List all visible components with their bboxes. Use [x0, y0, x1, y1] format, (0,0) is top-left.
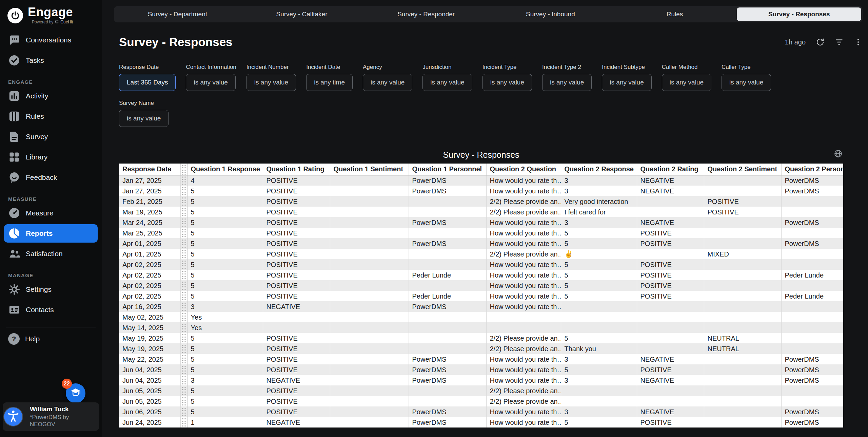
table-cell: PowerDMS: [781, 406, 843, 417]
column-header[interactable]: Question 1 Response: [187, 164, 263, 175]
column-resize-handle[interactable]: [180, 175, 187, 186]
column-resize-handle[interactable]: [180, 238, 187, 249]
column-resize-handle[interactable]: [180, 417, 187, 428]
cell-response-date: Apr 02, 2025: [119, 259, 180, 270]
filter-value-contact-information[interactable]: is any value: [186, 74, 235, 91]
column-resize-handle[interactable]: [180, 270, 187, 280]
sidebar-item-satisfaction[interactable]: Satisfaction: [4, 245, 98, 263]
filter-value-incident-type[interactable]: is any value: [482, 74, 532, 91]
column-resize-handle[interactable]: [180, 164, 187, 175]
column-header[interactable]: Question 1 Sentiment: [330, 164, 409, 175]
table-cell: [561, 312, 637, 322]
table-cell: [637, 207, 704, 217]
column-resize-handle[interactable]: [180, 301, 187, 312]
filter-value-survey-name[interactable]: is any value: [119, 110, 169, 127]
column-resize-handle[interactable]: [180, 207, 187, 217]
column-resize-handle[interactable]: [180, 291, 187, 301]
tab-rules[interactable]: Rules: [613, 7, 737, 21]
sidebar-item-conversations[interactable]: Conversations: [4, 31, 98, 49]
filter-survey-name: Survey Nameis any value: [119, 100, 169, 127]
table-cell: 5: [187, 343, 263, 354]
sidebar-item-tasks[interactable]: Tasks: [4, 51, 98, 70]
globe-icon[interactable]: [834, 149, 843, 158]
column-resize-handle[interactable]: [180, 406, 187, 417]
tab-survey-responses[interactable]: Survey - Responses: [737, 7, 861, 21]
column-resize-handle[interactable]: [180, 280, 187, 291]
column-resize-handle[interactable]: [180, 364, 187, 375]
refresh-icon[interactable]: [816, 38, 825, 46]
table-cell: PowerDMS: [409, 186, 486, 196]
table-cell: 5: [561, 280, 637, 291]
cell-response-date: Jun 04, 2025: [119, 375, 180, 385]
filter-incident-date: Incident Dateis any time: [306, 64, 353, 91]
sidebar-item-measure[interactable]: Measure: [4, 204, 98, 222]
column-resize-handle[interactable]: [180, 375, 187, 385]
column-resize-handle[interactable]: [180, 217, 187, 228]
filter-value-incident-subtype[interactable]: is any value: [602, 74, 651, 91]
column-resize-handle[interactable]: [180, 396, 187, 406]
sidebar-item-help[interactable]: ? Help: [4, 330, 98, 348]
sidebar-item-library[interactable]: Library: [4, 148, 98, 166]
column-header[interactable]: Question 2 Question: [486, 164, 561, 175]
table-cell: [704, 228, 781, 238]
activity-icon: [8, 90, 20, 102]
filter-value-incident-number[interactable]: is any value: [246, 74, 296, 91]
table-cell: [561, 322, 637, 333]
column-header[interactable]: Question 2 Response: [561, 164, 637, 175]
column-resize-handle[interactable]: [180, 343, 187, 354]
table-cell: 3: [187, 301, 263, 312]
table-cell: [561, 301, 637, 312]
tab-survey-inbound[interactable]: Survey - Inbound: [488, 7, 613, 21]
table-cell: 3: [561, 354, 637, 364]
column-header[interactable]: Question 2 Personnel: [781, 164, 843, 175]
table-cell: [330, 207, 409, 217]
filter-value-incident-type-2[interactable]: is any value: [542, 74, 592, 91]
tab-survey-responder[interactable]: Survey - Responder: [364, 7, 488, 21]
tab-survey-department[interactable]: Survey - Department: [115, 7, 240, 21]
filter-value-caller-method[interactable]: is any value: [662, 74, 711, 91]
user-card[interactable]: William Tuck *PowerDMS by NEOGOV: [3, 402, 99, 431]
table-cell: How would you rate th…: [486, 417, 561, 428]
table-cell: [409, 343, 486, 354]
sidebar-item-feedback[interactable]: Feedback: [4, 168, 98, 187]
kebab-menu-icon[interactable]: [854, 38, 863, 46]
column-resize-handle[interactable]: [180, 196, 187, 207]
column-resize-handle[interactable]: [180, 312, 187, 322]
filter-label: Contact Information: [186, 64, 236, 71]
column-resize-handle[interactable]: [180, 228, 187, 238]
sidebar-item-survey[interactable]: Survey: [4, 128, 98, 146]
column-header[interactable]: Question 1 Rating: [263, 164, 330, 175]
sidebar-item-contacts[interactable]: Contacts: [4, 301, 98, 319]
help-label: Help: [25, 335, 40, 343]
column-header[interactable]: Response Date: [119, 164, 180, 175]
column-header[interactable]: Question 2 Sentiment: [704, 164, 781, 175]
column-resize-handle[interactable]: [180, 322, 187, 333]
sidebar-item-settings[interactable]: Settings: [4, 280, 98, 299]
filter-value-agency[interactable]: is any value: [363, 74, 412, 91]
sidebar-item-activity[interactable]: Activity: [4, 87, 98, 105]
user-name: William Tuck: [30, 405, 95, 413]
filter-icon[interactable]: [835, 38, 844, 46]
accessibility-button[interactable]: [4, 407, 22, 426]
sidebar-item-rules[interactable]: Rules: [4, 107, 98, 126]
tab-survey-calltaker[interactable]: Survey - Calltaker: [240, 7, 364, 21]
table-cell: POSITIVE: [637, 417, 704, 428]
column-resize-handle[interactable]: [180, 354, 187, 364]
filter-value-jurisdiction[interactable]: is any value: [422, 74, 472, 91]
sidebar-item-reports[interactable]: Reports: [4, 224, 98, 243]
filter-value-caller-type[interactable]: is any value: [722, 74, 771, 91]
column-resize-handle[interactable]: [180, 333, 187, 343]
filter-value-response-date[interactable]: Last 365 Days: [119, 74, 176, 91]
column-resize-handle[interactable]: [180, 259, 187, 270]
table-cell: Peder Lunde: [409, 270, 486, 280]
column-header[interactable]: Question 2 Rating: [637, 164, 704, 175]
column-resize-handle[interactable]: [180, 249, 187, 259]
filter-value-incident-date[interactable]: is any time: [306, 74, 353, 91]
column-header[interactable]: Question 1 Personnel: [409, 164, 486, 175]
filter-label: Survey Name: [119, 100, 169, 107]
dashboard-content: Survey - Responses 1h ago Response DateL…: [102, 22, 868, 437]
sidebar-item-label: Contacts: [26, 306, 54, 314]
table-cell: How would you rate th…: [486, 259, 561, 270]
column-resize-handle[interactable]: [180, 186, 187, 196]
column-resize-handle[interactable]: [180, 385, 187, 396]
